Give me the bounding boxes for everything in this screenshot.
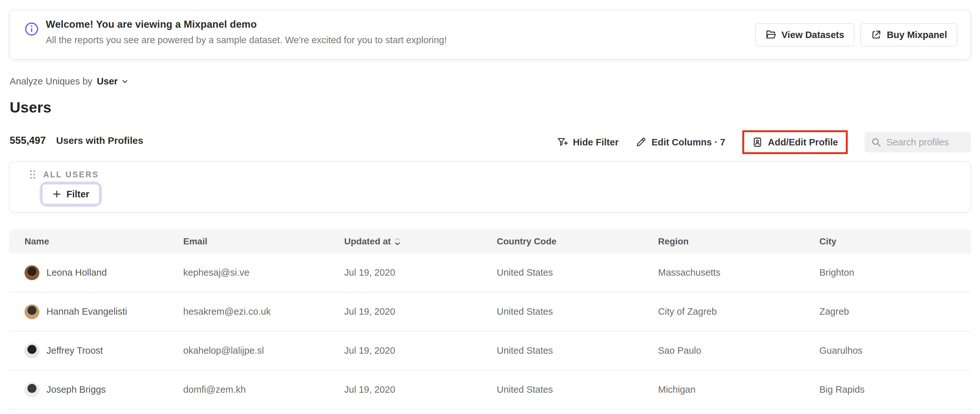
user-city: Brighton <box>819 267 971 278</box>
column-header-country-code[interactable]: Country Code <box>497 236 658 247</box>
profiles-count-label: Users with Profiles <box>56 135 143 146</box>
banner-title: Welcome! You are viewing a Mixpanel demo <box>46 19 755 30</box>
folder-icon <box>765 29 776 40</box>
info-icon <box>24 22 39 36</box>
avatar <box>24 343 39 358</box>
avatar <box>24 265 39 280</box>
user-email: okahelop@lalijpe.sl <box>183 345 344 356</box>
profiles-count-value: 555,497 <box>10 135 46 146</box>
user-email: domfi@zem.kh <box>183 384 344 395</box>
add-edit-profile-label: Add/Edit Profile <box>768 137 838 148</box>
user-email: hesakrem@ezi.co.uk <box>183 306 344 317</box>
funnel-plus-icon <box>557 137 568 148</box>
user-city: Guarulhos <box>819 345 971 356</box>
add-edit-profile-button[interactable]: Add/Edit Profile <box>752 137 838 148</box>
user-country-code: United States <box>497 345 658 356</box>
table-row-partial <box>9 409 971 414</box>
user-region: City of Zagreb <box>658 306 819 317</box>
page-title: Users <box>10 99 51 116</box>
user-updated-at: Jul 19, 2020 <box>344 384 497 395</box>
avatar <box>24 382 39 397</box>
user-region: Sao Paulo <box>658 345 819 356</box>
column-header-updated-at-label: Updated at <box>344 236 391 247</box>
analyze-bar: Analyze Uniques by User <box>10 76 129 87</box>
user-email: kephesaj@si.ve <box>183 267 344 278</box>
user-region: Michigan <box>658 384 819 395</box>
user-updated-at: Jul 19, 2020 <box>344 306 497 317</box>
analyze-by-value: User <box>97 76 118 87</box>
table-header-row: Name Email Updated at Country Code Regio… <box>9 230 971 254</box>
column-header-region-label: Region <box>658 236 689 247</box>
table-row[interactable]: Leona Holland kephesaj@si.ve Jul 19, 202… <box>9 254 971 292</box>
table-row[interactable]: Jeffrey Troost okahelop@lalijpe.sl Jul 1… <box>9 332 971 371</box>
plus-icon <box>52 190 61 198</box>
column-header-email[interactable]: Email <box>183 236 344 247</box>
user-region: Massachusetts <box>658 267 819 278</box>
view-datasets-label: View Datasets <box>782 30 845 40</box>
drag-handle-icon[interactable] <box>29 170 36 179</box>
add-filter-label: Filter <box>67 189 89 200</box>
add-filter-button[interactable]: Filter <box>42 184 100 205</box>
avatar <box>24 305 39 319</box>
welcome-banner: Welcome! You are viewing a Mixpanel demo… <box>9 10 971 60</box>
user-updated-at: Jul 19, 2020 <box>344 345 497 356</box>
table-row[interactable]: Joseph Briggs domfi@zem.kh Jul 19, 2020 … <box>9 371 971 409</box>
users-table: Name Email Updated at Country Code Regio… <box>9 230 971 414</box>
add-edit-profile-highlight: Add/Edit Profile <box>742 130 848 154</box>
user-name: Hannah Evangelisti <box>46 306 127 317</box>
analyze-prefix-label: Analyze Uniques by <box>10 76 92 87</box>
filter-panel: ALL USERS Filter <box>9 161 971 213</box>
user-name: Joseph Briggs <box>46 384 106 395</box>
user-city: Zagreb <box>819 306 971 317</box>
profile-card-icon <box>752 137 763 148</box>
external-link-icon <box>871 29 881 40</box>
buy-mixpanel-button[interactable]: Buy Mixpanel <box>860 23 958 46</box>
filter-button-focus-ring: Filter <box>42 184 100 205</box>
user-updated-at: Jul 19, 2020 <box>344 267 497 278</box>
view-datasets-button[interactable]: View Datasets <box>755 23 855 46</box>
table-toolbar: Hide Filter Edit Columns · 7 Add/Edit Pr… <box>557 130 971 155</box>
user-country-code: United States <box>497 267 658 278</box>
user-city: Big Rapids <box>819 384 971 395</box>
user-name: Leona Holland <box>46 267 107 278</box>
search-profiles-box[interactable] <box>864 132 971 152</box>
table-row[interactable]: Hannah Evangelisti hesakrem@ezi.co.uk Ju… <box>9 292 971 332</box>
edit-columns-button[interactable]: Edit Columns · 7 <box>635 137 725 148</box>
column-header-city-label: City <box>819 236 837 247</box>
pencil-icon <box>635 137 646 148</box>
search-icon <box>871 137 881 148</box>
user-name: Jeffrey Troost <box>46 345 103 356</box>
column-header-country-code-label: Country Code <box>497 236 557 247</box>
filter-group-label: ALL USERS <box>43 170 99 179</box>
search-profiles-input[interactable] <box>886 137 964 148</box>
column-header-updated-at[interactable]: Updated at <box>344 236 497 247</box>
edit-columns-label: Edit Columns · 7 <box>652 137 725 148</box>
column-header-name-label: Name <box>24 236 49 247</box>
column-header-region[interactable]: Region <box>658 236 819 247</box>
banner-subtitle: All the reports you see are powered by a… <box>46 35 755 46</box>
column-header-name[interactable]: Name <box>24 236 183 247</box>
column-header-email-label: Email <box>183 236 207 247</box>
column-header-city[interactable]: City <box>819 236 971 247</box>
chevron-down-icon <box>121 78 129 86</box>
user-country-code: United States <box>497 384 658 395</box>
analyze-by-select[interactable]: User <box>97 76 129 87</box>
hide-filter-button[interactable]: Hide Filter <box>557 137 619 148</box>
buy-mixpanel-label: Buy Mixpanel <box>887 30 947 40</box>
profiles-count: 555,497 Users with Profiles <box>10 135 143 146</box>
sort-icon <box>394 237 401 246</box>
hide-filter-label: Hide Filter <box>573 137 619 148</box>
user-country-code: United States <box>497 306 658 317</box>
